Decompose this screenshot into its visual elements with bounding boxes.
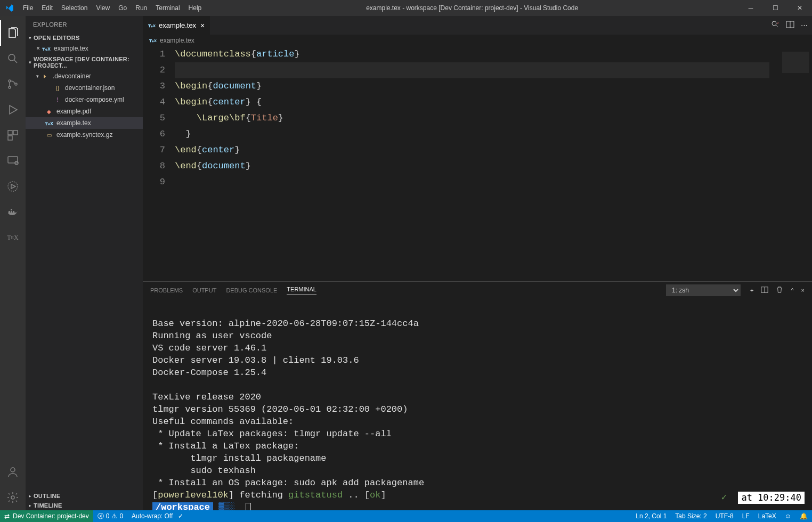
more-actions-icon[interactable]: ⋯ — [801, 21, 808, 29]
panel-tab-problems[interactable]: PROBLEMS — [150, 287, 183, 293]
open-editor-label: example.tex — [54, 45, 88, 52]
pdf-file-icon: ◆ — [45, 107, 53, 116]
activity-docker-icon[interactable] — [0, 199, 26, 225]
yaml-file-icon: ! — [53, 95, 62, 104]
close-icon[interactable]: × — [200, 21, 205, 30]
svg-point-16 — [772, 21, 776, 26]
workspace-header[interactable]: ▾ WORKSPACE [DEV CONTAINER: PROJECT... — [26, 54, 143, 70]
folder-label: .devcontainer — [53, 72, 91, 80]
file-docker-compose[interactable]: ! docker-compose.yml — [26, 94, 143, 105]
svg-point-1 — [9, 80, 11, 82]
menu-run[interactable]: Run — [131, 0, 151, 16]
maximize-button[interactable]: ☐ — [763, 0, 787, 16]
close-icon[interactable]: × — [36, 45, 40, 52]
kill-terminal-icon[interactable] — [776, 286, 783, 295]
file-example-tex[interactable]: ᴛₑx example.tex — [26, 117, 143, 129]
new-terminal-icon[interactable]: + — [750, 287, 753, 293]
file-example-pdf[interactable]: ◆ example.pdf — [26, 105, 143, 117]
file-label: example.pdf — [56, 108, 91, 115]
status-encoding[interactable]: UTF-8 — [711, 512, 738, 520]
breadcrumb[interactable]: ᴛₑx example.tex — [143, 35, 812, 46]
menu-selection[interactable]: Selection — [57, 0, 92, 16]
status-eol[interactable]: LF — [738, 512, 754, 520]
status-problems[interactable]: ⓧ0 ⚠0 — [93, 512, 127, 521]
status-ln-col[interactable]: Ln 2, Col 1 — [631, 512, 671, 520]
menu-file[interactable]: File — [19, 0, 37, 16]
file-label: example.synctex.gz — [56, 131, 112, 138]
window-controls: ─ ☐ ✕ — [738, 0, 812, 16]
file-devcontainer-json[interactable]: {} devcontainer.json — [26, 82, 143, 94]
tex-file-icon: ᴛₑx — [45, 119, 53, 127]
statusbar: ⇄ Dev Container: project-dev ⓧ0 ⚠0 Auto-… — [0, 510, 812, 522]
folder-devcontainer[interactable]: ▾ 🞂 .devcontainer — [26, 70, 143, 82]
tex-file-icon: ᴛₑx — [149, 38, 157, 43]
minimize-button[interactable]: ─ — [738, 0, 763, 16]
folder-icon: 🞂 — [41, 72, 50, 80]
chevron-right-icon: ▸ — [29, 503, 31, 508]
terminal-selector[interactable]: 1: zsh — [666, 284, 741, 296]
terminal-content[interactable]: Base version: alpine-2020-06-28T09:07:15… — [143, 299, 812, 510]
chevron-right-icon: ▸ — [29, 493, 31, 499]
menu-go[interactable]: Go — [114, 0, 131, 16]
panel-tab-debug-console[interactable]: DEBUG CONSOLE — [226, 287, 277, 293]
svg-rect-11 — [11, 211, 12, 213]
status-tab-size[interactable]: Tab Size: 2 — [671, 512, 711, 520]
svg-rect-6 — [8, 136, 12, 140]
status-autowrap[interactable]: Auto-wrap: Off ✓ — [127, 512, 188, 520]
code-content[interactable]: \documentclass{article} \begin{document}… — [175, 46, 769, 281]
timeline-header[interactable]: ▸ TIMELINE — [26, 501, 143, 510]
titlebar: File Edit Selection View Go Run Terminal… — [0, 0, 812, 16]
vscode-logo-icon — [0, 4, 19, 12]
editor-body[interactable]: 123 456 789 \documentclass{article} \beg… — [143, 46, 812, 281]
open-editor-item[interactable]: × ᴛₑx example.tex — [26, 43, 143, 54]
status-check-icon: ✓ — [721, 492, 727, 504]
minimap[interactable] — [769, 46, 812, 281]
window-title: example.tex - workspace [Dev Container: … — [206, 4, 738, 12]
activity-search-icon[interactable] — [0, 46, 26, 71]
status-feedback-icon[interactable]: ☺ — [781, 512, 795, 520]
file-example-synctex[interactable]: ▭ example.synctex.gz — [26, 129, 143, 141]
panel-tab-output[interactable]: OUTPUT — [192, 287, 216, 293]
maximize-panel-icon[interactable]: ^ — [791, 287, 793, 293]
tab-example-tex[interactable]: ᴛₑx example.tex × — [143, 16, 210, 35]
activity-remote-icon[interactable] — [0, 148, 26, 174]
activity-account-icon[interactable] — [0, 459, 26, 485]
svg-rect-13 — [11, 209, 12, 210]
svg-rect-12 — [13, 211, 14, 213]
status-remote[interactable]: ⇄ Dev Container: project-dev — [0, 510, 93, 522]
split-terminal-icon[interactable] — [761, 286, 768, 295]
activity-tex-icon[interactable]: TEX — [0, 225, 26, 250]
line-gutter: 123 456 789 — [143, 46, 175, 281]
close-button[interactable]: ✕ — [787, 0, 812, 16]
json-file-icon: {} — [53, 84, 62, 92]
tab-label: example.tex — [159, 21, 196, 29]
chevron-down-icon: ▾ — [29, 35, 31, 40]
file-label: docker-compose.yml — [65, 96, 124, 103]
status-notifications-icon[interactable]: 🔔 — [795, 512, 812, 520]
chevron-down-icon: ▾ — [36, 74, 39, 79]
activity-extensions-icon[interactable] — [0, 123, 26, 148]
status-language[interactable]: LaTeX — [754, 512, 781, 520]
terminal-time-badge: at 10:29:40 — [738, 492, 805, 504]
file-label: example.tex — [56, 119, 91, 127]
activity-settings-icon[interactable] — [0, 485, 26, 510]
outline-header[interactable]: ▸ OUTLINE — [26, 491, 143, 501]
svg-point-14 — [11, 468, 15, 472]
editor-actions: ⋯ — [771, 16, 812, 35]
activity-debug-icon[interactable] — [0, 97, 26, 123]
menu-edit[interactable]: Edit — [37, 0, 57, 16]
file-label: devcontainer.json — [65, 84, 115, 92]
menu-terminal[interactable]: Terminal — [151, 0, 184, 16]
latex-build-icon[interactable] — [771, 20, 779, 30]
open-editors-header[interactable]: ▾ OPEN EDITORS — [26, 33, 143, 43]
svg-rect-5 — [13, 130, 18, 135]
menu-help[interactable]: Help — [184, 0, 206, 16]
menu-view[interactable]: View — [92, 0, 114, 16]
activity-scm-icon[interactable] — [0, 71, 26, 97]
split-editor-icon[interactable] — [786, 20, 794, 30]
svg-point-15 — [11, 496, 14, 499]
panel-tab-terminal[interactable]: TERMINAL — [287, 286, 316, 295]
close-panel-icon[interactable]: × — [801, 287, 805, 293]
activity-latex-preview-icon[interactable] — [0, 174, 26, 199]
activity-explorer-icon[interactable] — [0, 20, 26, 46]
